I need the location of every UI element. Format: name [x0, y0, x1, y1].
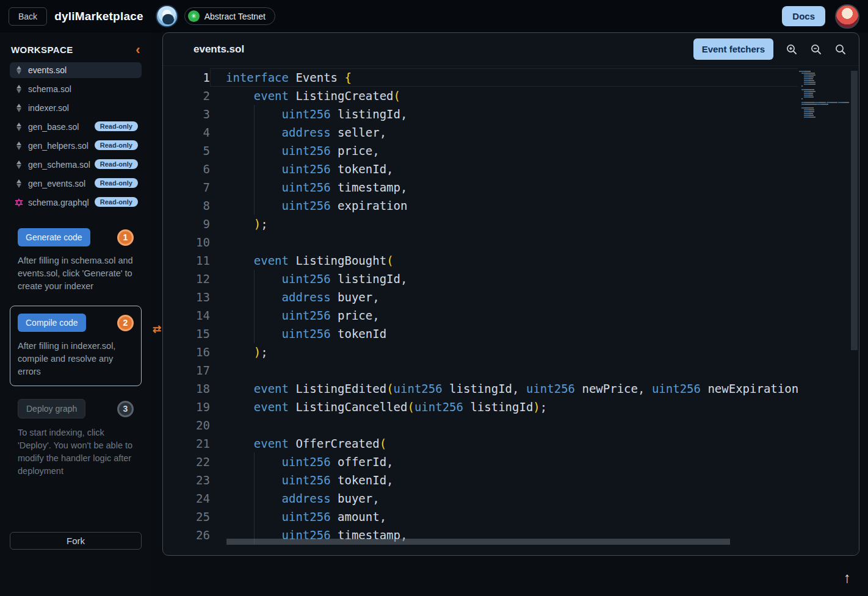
- generate-code-button[interactable]: Generate code: [18, 228, 90, 246]
- line-number: 17: [163, 361, 210, 379]
- code-line[interactable]: 24 address buyer,: [163, 489, 859, 508]
- user-avatar[interactable]: [835, 4, 859, 29]
- file-name: events.sol: [28, 65, 67, 75]
- graphql-icon: [15, 198, 23, 207]
- compile-code-button[interactable]: Compile code: [18, 314, 86, 332]
- scroll-to-top-button[interactable]: ↑: [836, 567, 858, 589]
- code-text: event ListingEdited(uint256 listingId, u…: [210, 379, 859, 398]
- file-item-schema.sol[interactable]: schema.sol: [10, 81, 142, 97]
- code-line[interactable]: 20: [163, 416, 859, 434]
- code-text: event ListingBought(: [210, 251, 859, 270]
- step-3-badge: 3: [117, 401, 134, 417]
- deploy-graph-button[interactable]: Deploy graph: [18, 399, 85, 418]
- readonly-badge: Read-only: [95, 159, 138, 169]
- code-line[interactable]: 19 event ListingCancelled(uint256 listin…: [163, 398, 859, 416]
- file-item-events.sol[interactable]: events.sol: [10, 62, 142, 78]
- line-number: 18: [163, 379, 210, 398]
- code-line[interactable]: 4 address seller,: [163, 123, 859, 142]
- editor-right-rail: [798, 66, 859, 556]
- line-number: 8: [163, 196, 210, 215]
- code-line[interactable]: 22 uint256 offerId,: [163, 453, 859, 471]
- code-text: [210, 233, 859, 251]
- workspace-sidebar: WORKSPACE ‹ events.solschema.solindexer.…: [0, 32, 151, 596]
- docs-button[interactable]: Docs: [782, 6, 825, 26]
- code-line[interactable]: 21 event OfferCreated(: [163, 434, 859, 453]
- zoom-out-icon[interactable]: [810, 43, 822, 56]
- code-line[interactable]: 10: [163, 233, 859, 251]
- network-green-icon: ✳: [188, 10, 200, 22]
- code-line[interactable]: 17: [163, 361, 859, 379]
- network-badge[interactable]: ✳ Abstract Testnet: [184, 7, 275, 25]
- code-text: address buyer,: [210, 489, 859, 508]
- code-line[interactable]: 3 uint256 listingId,: [163, 105, 859, 123]
- file-name: gen_schema.sol: [28, 160, 90, 170]
- file-name: gen_base.sol: [28, 122, 79, 132]
- line-number: 4: [163, 123, 210, 142]
- code-line[interactable]: 23 uint256 tokenId,: [163, 471, 859, 489]
- line-number: 16: [163, 343, 210, 361]
- code-line[interactable]: 14 uint256 price,: [163, 306, 859, 325]
- file-item-gen_schema.sol[interactable]: gen_schema.solRead-only: [10, 157, 142, 173]
- readonly-badge: Read-only: [95, 140, 138, 150]
- zoom-in-icon[interactable]: [786, 43, 798, 56]
- fork-button[interactable]: Fork: [10, 532, 142, 550]
- file-name: gen_events.sol: [28, 179, 85, 188]
- code-text: );: [210, 215, 859, 233]
- line-number: 20: [163, 416, 210, 434]
- file-item-indexer.sol[interactable]: indexer.sol: [10, 100, 142, 116]
- step-1-badge: 1: [117, 229, 134, 246]
- code-text: address buyer,: [210, 288, 859, 306]
- file-item-gen_base.sol[interactable]: gen_base.solRead-only: [10, 119, 142, 135]
- code-line[interactable]: 11 event ListingBought(: [163, 251, 859, 270]
- code-lines[interactable]: 1interface Events {2 event ListingCreate…: [163, 66, 859, 556]
- code-line[interactable]: 1interface Events {: [163, 68, 859, 87]
- code-text: [210, 416, 859, 434]
- solidity-icon: [15, 85, 23, 94]
- file-item-schema.graphql[interactable]: schema.graphqlRead-only: [10, 195, 142, 210]
- code-line[interactable]: 12 uint256 listingId,: [163, 270, 859, 288]
- step-deploy: Deploy graph 3 To start indexing, click …: [10, 391, 142, 486]
- line-number: 24: [163, 489, 210, 508]
- step-2-badge: 2: [117, 315, 134, 331]
- indent-guide: [254, 325, 255, 343]
- code-text: uint256 timestamp,: [210, 178, 859, 196]
- code-line[interactable]: 8 uint256 expiration: [163, 196, 859, 215]
- line-number: 19: [163, 398, 210, 416]
- line-number: 26: [163, 526, 210, 544]
- file-item-gen_events.sol[interactable]: gen_events.solRead-only: [10, 176, 142, 192]
- line-number: 12: [163, 270, 210, 288]
- file-item-gen_helpers.sol[interactable]: gen_helpers.solRead-only: [10, 138, 142, 154]
- code-editor[interactable]: 1interface Events {2 event ListingCreate…: [163, 66, 859, 556]
- code-line[interactable]: 25 uint256 amount,: [163, 508, 859, 526]
- indent-guide: [254, 471, 255, 489]
- horizontal-scrollbar[interactable]: [226, 539, 730, 545]
- readonly-badge: Read-only: [95, 121, 138, 131]
- indent-guide: [254, 508, 255, 526]
- code-text: event OfferCreated(: [210, 434, 859, 453]
- event-fetchers-button[interactable]: Event fetchers: [693, 38, 773, 60]
- code-line[interactable]: 18 event ListingEdited(uint256 listingId…: [163, 379, 859, 398]
- back-button[interactable]: Back: [9, 7, 47, 26]
- app-logo-avatar: [156, 5, 178, 27]
- step-3-description: To start indexing, click 'Deploy'. You w…: [18, 426, 134, 478]
- code-line[interactable]: 15 uint256 tokenId: [163, 325, 859, 343]
- search-icon[interactable]: [834, 43, 847, 56]
- solidity-icon: [15, 142, 23, 151]
- code-line[interactable]: 13 address buyer,: [163, 288, 859, 306]
- file-name: schema.graphql: [28, 198, 89, 207]
- step-generate: Generate code 1 After filling in schema.…: [10, 220, 142, 301]
- workflow-steps: Generate code 1 After filling in schema.…: [10, 220, 142, 490]
- minimap[interactable]: [799, 71, 849, 118]
- solidity-icon: [15, 160, 23, 170]
- code-line[interactable]: 2 event ListingCreated(: [163, 87, 859, 105]
- collapse-sidebar-icon[interactable]: ‹: [136, 46, 140, 54]
- vertical-scrollbar[interactable]: [851, 71, 858, 350]
- code-line[interactable]: 5 uint256 price,: [163, 142, 859, 160]
- file-name: schema.sol: [28, 84, 71, 94]
- code-line[interactable]: 16 );: [163, 343, 859, 361]
- indent-guide: [254, 178, 255, 196]
- code-line[interactable]: 7 uint256 timestamp,: [163, 178, 859, 196]
- code-line[interactable]: 6 uint256 tokenId,: [163, 160, 859, 178]
- code-line[interactable]: 9 );: [163, 215, 859, 233]
- panel-resize-handle[interactable]: ⇄: [153, 323, 161, 336]
